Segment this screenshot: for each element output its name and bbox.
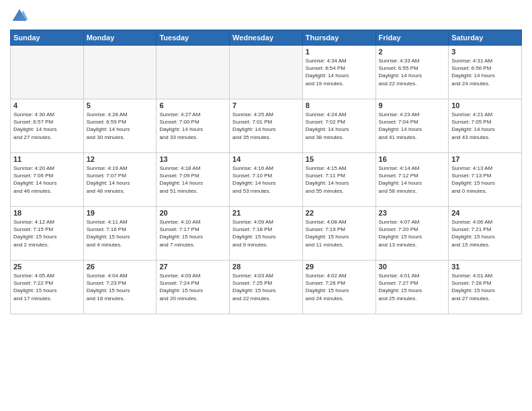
calendar-cell: 13Sunrise: 4:18 AM Sunset: 7:09 PM Dayli… (157, 153, 230, 207)
weekday-header-row: SundayMondayTuesdayWednesdayThursdayFrid… (11, 30, 522, 46)
weekday-header-wednesday: Wednesday (230, 30, 303, 46)
day-info: Sunrise: 4:05 AM Sunset: 7:22 PM Dayligh… (13, 272, 81, 302)
day-number: 4 (13, 101, 81, 109)
day-info: Sunrise: 4:08 AM Sunset: 7:19 PM Dayligh… (306, 218, 373, 248)
calendar-cell: 21Sunrise: 4:09 AM Sunset: 7:18 PM Dayli… (230, 207, 303, 261)
day-number: 1 (306, 48, 373, 56)
day-info: Sunrise: 4:34 AM Sunset: 6:54 PM Dayligh… (306, 57, 373, 87)
day-info: Sunrise: 4:03 AM Sunset: 7:24 PM Dayligh… (159, 272, 226, 302)
day-number: 3 (451, 48, 519, 56)
day-number: 7 (232, 101, 300, 109)
day-info: Sunrise: 4:19 AM Sunset: 7:07 PM Dayligh… (87, 165, 154, 195)
calendar-cell: 14Sunrise: 4:16 AM Sunset: 7:10 PM Dayli… (230, 153, 303, 207)
day-info: Sunrise: 4:23 AM Sunset: 7:04 PM Dayligh… (379, 111, 446, 141)
calendar-cell: 2Sunrise: 4:33 AM Sunset: 6:55 PM Daylig… (375, 46, 449, 99)
day-info: Sunrise: 4:10 AM Sunset: 7:17 PM Dayligh… (159, 218, 226, 248)
calendar-cell: 4Sunrise: 4:30 AM Sunset: 6:57 PM Daylig… (11, 99, 84, 153)
calendar-cell: 29Sunrise: 4:02 AM Sunset: 7:26 PM Dayli… (302, 261, 375, 314)
day-number: 16 (379, 155, 446, 163)
day-number: 23 (379, 209, 446, 217)
calendar-cell: 26Sunrise: 4:04 AM Sunset: 7:23 PM Dayli… (83, 261, 157, 314)
day-info: Sunrise: 4:16 AM Sunset: 7:10 PM Dayligh… (232, 165, 300, 195)
calendar-cell: 3Sunrise: 4:31 AM Sunset: 6:56 PM Daylig… (449, 46, 522, 99)
calendar-cell: 15Sunrise: 4:15 AM Sunset: 7:11 PM Dayli… (302, 153, 375, 207)
day-number: 25 (13, 263, 81, 271)
day-info: Sunrise: 4:20 AM Sunset: 7:06 PM Dayligh… (13, 165, 81, 195)
weekday-header-thursday: Thursday (302, 30, 375, 46)
day-info: Sunrise: 4:02 AM Sunset: 7:26 PM Dayligh… (306, 272, 373, 302)
calendar-cell (157, 46, 230, 99)
day-info: Sunrise: 4:15 AM Sunset: 7:11 PM Dayligh… (306, 165, 373, 195)
day-number: 2 (379, 48, 446, 56)
day-info: Sunrise: 4:12 AM Sunset: 7:15 PM Dayligh… (13, 218, 81, 248)
calendar-cell: 19Sunrise: 4:11 AM Sunset: 7:16 PM Dayli… (83, 207, 157, 261)
day-number: 26 (87, 263, 154, 271)
day-number: 12 (87, 155, 154, 163)
day-info: Sunrise: 4:07 AM Sunset: 7:20 PM Dayligh… (379, 218, 446, 248)
weekday-header-sunday: Sunday (11, 30, 84, 46)
day-number: 14 (232, 155, 300, 163)
calendar-cell: 17Sunrise: 4:13 AM Sunset: 7:13 PM Dayli… (449, 153, 522, 207)
day-info: Sunrise: 4:33 AM Sunset: 6:55 PM Dayligh… (379, 57, 446, 87)
day-number: 24 (451, 209, 519, 217)
logo-icon (10, 7, 29, 26)
day-info: Sunrise: 4:24 AM Sunset: 7:02 PM Dayligh… (306, 111, 373, 141)
day-info: Sunrise: 4:03 AM Sunset: 7:25 PM Dayligh… (232, 272, 300, 302)
calendar-cell: 6Sunrise: 4:27 AM Sunset: 7:00 PM Daylig… (157, 99, 230, 153)
day-number: 13 (159, 155, 226, 163)
day-number: 18 (13, 209, 81, 217)
calendar-cell (11, 46, 84, 99)
day-info: Sunrise: 4:11 AM Sunset: 7:16 PM Dayligh… (87, 218, 154, 248)
day-info: Sunrise: 4:01 AM Sunset: 7:27 PM Dayligh… (379, 272, 446, 302)
calendar-cell: 28Sunrise: 4:03 AM Sunset: 7:25 PM Dayli… (230, 261, 303, 314)
day-number: 6 (159, 101, 226, 109)
day-number: 15 (306, 155, 373, 163)
day-info: Sunrise: 4:04 AM Sunset: 7:23 PM Dayligh… (87, 272, 154, 302)
day-number: 29 (306, 263, 373, 271)
day-number: 22 (306, 209, 373, 217)
calendar-cell: 24Sunrise: 4:06 AM Sunset: 7:21 PM Dayli… (449, 207, 522, 261)
calendar-cell: 27Sunrise: 4:03 AM Sunset: 7:24 PM Dayli… (157, 261, 230, 314)
day-info: Sunrise: 4:21 AM Sunset: 7:05 PM Dayligh… (451, 111, 519, 141)
calendar-cell: 30Sunrise: 4:01 AM Sunset: 7:27 PM Dayli… (375, 261, 449, 314)
weekday-header-saturday: Saturday (449, 30, 522, 46)
calendar-cell: 20Sunrise: 4:10 AM Sunset: 7:17 PM Dayli… (157, 207, 230, 261)
weekday-header-friday: Friday (375, 30, 449, 46)
weekday-header-monday: Monday (83, 30, 157, 46)
day-number: 28 (232, 263, 300, 271)
page: SundayMondayTuesdayWednesdayThursdayFrid… (0, 0, 532, 411)
calendar-cell: 23Sunrise: 4:07 AM Sunset: 7:20 PM Dayli… (375, 207, 449, 261)
day-number: 11 (13, 155, 81, 163)
day-info: Sunrise: 4:09 AM Sunset: 7:18 PM Dayligh… (232, 218, 300, 248)
day-info: Sunrise: 4:27 AM Sunset: 7:00 PM Dayligh… (159, 111, 226, 141)
week-row-2: 11Sunrise: 4:20 AM Sunset: 7:06 PM Dayli… (11, 153, 522, 207)
calendar-cell: 31Sunrise: 4:01 AM Sunset: 7:28 PM Dayli… (449, 261, 522, 314)
day-info: Sunrise: 4:25 AM Sunset: 7:01 PM Dayligh… (232, 111, 300, 141)
calendar-cell: 12Sunrise: 4:19 AM Sunset: 7:07 PM Dayli… (83, 153, 157, 207)
calendar-cell: 10Sunrise: 4:21 AM Sunset: 7:05 PM Dayli… (449, 99, 522, 153)
day-number: 19 (87, 209, 154, 217)
logo (10, 7, 32, 26)
calendar-cell (83, 46, 157, 99)
day-number: 31 (451, 263, 519, 271)
calendar-cell: 9Sunrise: 4:23 AM Sunset: 7:04 PM Daylig… (375, 99, 449, 153)
day-number: 9 (379, 101, 446, 109)
day-info: Sunrise: 4:14 AM Sunset: 7:12 PM Dayligh… (379, 165, 446, 195)
calendar-cell: 7Sunrise: 4:25 AM Sunset: 7:01 PM Daylig… (230, 99, 303, 153)
day-number: 8 (306, 101, 373, 109)
week-row-3: 18Sunrise: 4:12 AM Sunset: 7:15 PM Dayli… (11, 207, 522, 261)
week-row-0: 1Sunrise: 4:34 AM Sunset: 6:54 PM Daylig… (11, 46, 522, 99)
calendar-cell: 22Sunrise: 4:08 AM Sunset: 7:19 PM Dayli… (302, 207, 375, 261)
day-info: Sunrise: 4:06 AM Sunset: 7:21 PM Dayligh… (451, 218, 519, 248)
day-info: Sunrise: 4:28 AM Sunset: 6:59 PM Dayligh… (87, 111, 154, 141)
header (10, 7, 522, 26)
calendar-cell: 1Sunrise: 4:34 AM Sunset: 6:54 PM Daylig… (302, 46, 375, 99)
day-info: Sunrise: 4:01 AM Sunset: 7:28 PM Dayligh… (451, 272, 519, 302)
day-number: 5 (87, 101, 154, 109)
day-info: Sunrise: 4:13 AM Sunset: 7:13 PM Dayligh… (451, 165, 519, 195)
calendar-cell: 18Sunrise: 4:12 AM Sunset: 7:15 PM Dayli… (11, 207, 84, 261)
day-number: 17 (451, 155, 519, 163)
day-info: Sunrise: 4:18 AM Sunset: 7:09 PM Dayligh… (159, 165, 226, 195)
weekday-header-tuesday: Tuesday (157, 30, 230, 46)
week-row-1: 4Sunrise: 4:30 AM Sunset: 6:57 PM Daylig… (11, 99, 522, 153)
